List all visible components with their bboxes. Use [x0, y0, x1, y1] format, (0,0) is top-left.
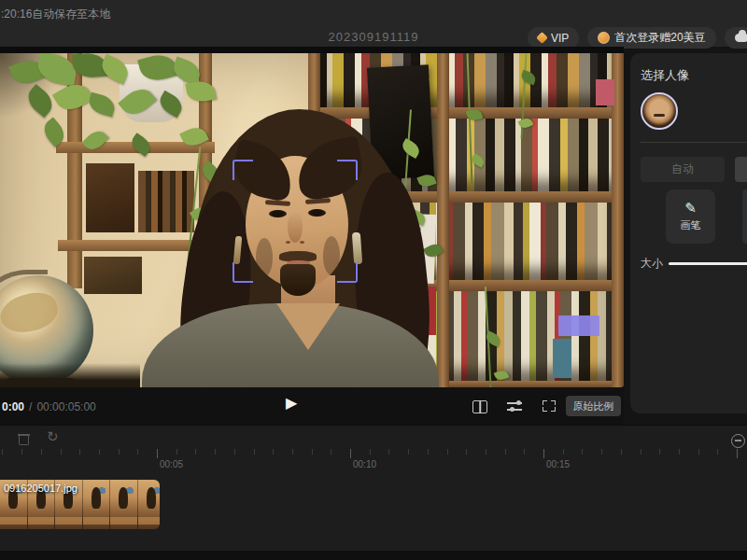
zoom-out-icon[interactable] [731, 434, 745, 448]
trash-body [19, 436, 29, 445]
autosave-status: :20:16自动保存至本地 [1, 7, 110, 22]
timeline-ruler[interactable]: 00:0500:1000:15 [0, 449, 747, 473]
current-time: 0:00 [2, 400, 24, 413]
ruler-major-tick [350, 449, 351, 458]
portrait-panel: 选择人像 自动 ✎ 画笔 大小 [630, 53, 747, 413]
face-detection-box[interactable] [233, 160, 358, 283]
ruler-minor-tick [505, 449, 506, 455]
ruler-minor-tick [273, 449, 274, 455]
fullscreen-corner [551, 407, 556, 412]
plant-leaf [179, 123, 209, 149]
face-box-corner [233, 262, 253, 283]
plant-leaf [39, 117, 68, 147]
ruler-minor-tick [312, 449, 313, 455]
ruler-tick-label: 00:15 [546, 459, 570, 469]
tab-partial[interactable] [735, 157, 747, 182]
video-preview[interactable] [0, 47, 624, 387]
face-box-corner [233, 160, 253, 180]
fullscreen-corner [543, 407, 547, 412]
panel-title: 选择人像 [641, 67, 689, 84]
tab-auto[interactable]: 自动 [641, 157, 725, 182]
ruler-minor-tick [659, 449, 660, 455]
replace-icon[interactable]: ↻ [47, 429, 59, 443]
ruler-minor-tick [447, 449, 448, 455]
ruler-minor-tick [388, 449, 389, 455]
ruler-minor-tick [137, 449, 138, 455]
ruler-minor-tick [331, 449, 331, 455]
vip-gem-icon [536, 32, 548, 44]
foreground-shadow [0, 363, 140, 387]
ruler-major-tick [543, 449, 544, 458]
ruler-minor-tick [486, 449, 486, 455]
brush-tool-button[interactable]: ✎ 画笔 [666, 189, 715, 244]
promo-button[interactable]: 首次登录赠20美豆 [587, 27, 715, 49]
adjust-knob [510, 407, 514, 412]
ruler-major-tick [737, 449, 738, 458]
ruler-minor-tick [679, 449, 680, 455]
plant-leaf [185, 79, 216, 105]
adjust-knob [516, 400, 521, 405]
ruler-minor-tick [698, 449, 699, 455]
play-button[interactable]: ▶ [286, 396, 297, 411]
fullscreen-corner [543, 400, 547, 405]
ruler-minor-tick [717, 449, 718, 455]
ruler-minor-tick [428, 449, 429, 455]
ruler-major-tick [157, 449, 158, 458]
size-slider[interactable] [669, 262, 747, 265]
face-box-corner [337, 262, 358, 283]
clip-filename: 0916205017.jpg [4, 483, 78, 494]
clip-thumbnail [138, 480, 161, 529]
time-separator: / [29, 400, 32, 413]
plant-leaf [118, 83, 156, 120]
total-duration: 00:00:05:00 [36, 400, 95, 413]
player-controls: 0:00 / 00:00:05:00 ▶ 原始比例 [0, 387, 624, 425]
brush-label: 画笔 [681, 218, 701, 232]
save-button[interactable]: 保存我的美 [725, 27, 747, 49]
plant-leaf [494, 369, 510, 382]
size-label: 大小 [641, 256, 663, 272]
adjust-icon[interactable] [507, 400, 522, 412]
fullscreen-corner [551, 400, 556, 405]
plant-leaf [137, 53, 178, 84]
ruler-minor-tick [234, 449, 235, 455]
delete-clip-icon[interactable] [19, 433, 29, 445]
ruler-minor-tick [176, 449, 177, 455]
clip-thumbnail [83, 480, 111, 529]
ruler-minor-tick [99, 449, 100, 455]
ruler-minor-tick [79, 449, 80, 455]
ruler-minor-tick [601, 449, 602, 455]
compare-icon[interactable] [472, 400, 487, 413]
ruler-minor-tick [21, 449, 22, 455]
plant-leaf [87, 92, 117, 118]
ruler-minor-tick [370, 449, 371, 455]
plant-leaf [82, 127, 109, 154]
portrait-avatar[interactable] [641, 92, 678, 130]
timeline-section: ↻ 00:0500:1000:15 0916205017.jpg [0, 425, 747, 552]
plant-leaf [22, 84, 57, 118]
ruler-minor-tick [563, 449, 564, 455]
promo-label: 首次登录赠20美豆 [614, 30, 705, 46]
timecode: 0:00 / 00:00:05:00 [2, 400, 96, 413]
ruler-tick-label: 00:10 [353, 459, 376, 469]
plant-leaf [518, 117, 534, 131]
ruler-minor-tick [621, 449, 622, 455]
plant-leaf [519, 70, 537, 86]
clip-thumbnail [110, 480, 138, 529]
ruler-tick-label: 00:05 [160, 459, 183, 469]
ruler-minor-tick [215, 449, 216, 455]
ruler-minor-tick [61, 449, 62, 455]
original-ratio-button[interactable]: 原始比例 [566, 396, 621, 416]
plant-leaf [156, 91, 186, 118]
ruler-minor-tick [582, 449, 583, 455]
vip-button[interactable]: VIP [528, 27, 579, 49]
cloud-save-icon [735, 34, 747, 42]
project-title: 202309191119 [329, 30, 419, 44]
bottom-strip [0, 551, 747, 560]
fullscreen-icon[interactable] [543, 400, 556, 412]
preview-image [0, 53, 624, 387]
tool-button-partial[interactable] [742, 189, 747, 244]
ruler-minor-tick [641, 449, 641, 455]
ruler-minor-tick [254, 449, 255, 455]
plant-leaf [470, 153, 486, 168]
ruler-minor-tick [466, 449, 467, 455]
